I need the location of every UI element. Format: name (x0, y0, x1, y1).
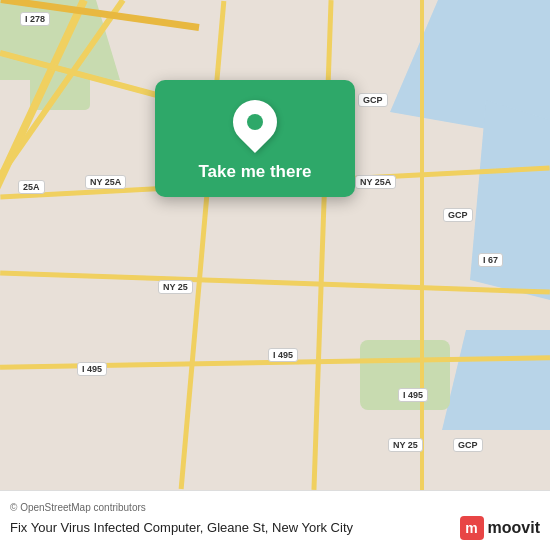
label-gcp-bottom: GCP (453, 438, 483, 452)
destination-label: Fix Your Virus Infected Computer, Gleane… (10, 520, 460, 535)
map-attribution: © OpenStreetMap contributors (10, 502, 540, 513)
take-me-there-button[interactable]: Take me there (198, 162, 311, 182)
label-i67: I 67 (478, 253, 503, 267)
location-pin-inner (247, 114, 263, 130)
label-gcp-2: GCP (358, 93, 388, 107)
label-i495-mid: I 495 (268, 348, 298, 362)
bottom-bar: © OpenStreetMap contributors Fix Your Vi… (0, 490, 550, 550)
label-gcp-3: GCP (443, 208, 473, 222)
map-container: I 278 NY 25A NY 25A NY 25 GCP GCP GCP I … (0, 0, 550, 490)
label-ny25-bottom: NY 25 (388, 438, 423, 452)
moovit-text: moovit (488, 519, 540, 537)
location-pin-icon (224, 91, 286, 153)
label-i278: I 278 (20, 12, 50, 26)
label-ny25a-left: NY 25A (85, 175, 126, 189)
label-ny25-mid: NY 25 (158, 280, 193, 294)
label-i495-left: I 495 (77, 362, 107, 376)
label-25a-left: 25A (18, 180, 45, 194)
destination-row: Fix Your Virus Infected Computer, Gleane… (10, 516, 540, 540)
moovit-m-icon: m (460, 516, 484, 540)
road-vertical-3 (420, 0, 424, 490)
label-ny25a-right: NY 25A (355, 175, 396, 189)
moovit-logo: m moovit (460, 516, 540, 540)
action-card: Take me there (155, 80, 355, 197)
label-i495-right: I 495 (398, 388, 428, 402)
